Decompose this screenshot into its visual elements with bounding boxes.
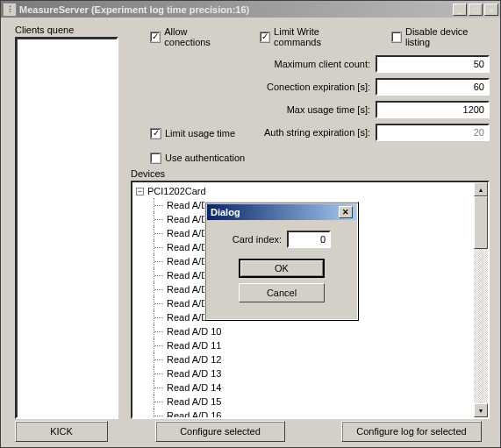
collapse-icon[interactable]: − [136,188,144,196]
close-button[interactable]: ✕ [484,4,498,16]
max-usage-time-label: Max usage time [s]: [287,104,376,115]
maximize-button[interactable]: □ [469,4,483,16]
card-index-dialog: Dialog ✕ Card index: OK Cancel [204,202,359,321]
scroll-up-icon[interactable]: ▴ [474,182,488,196]
connection-expiration-label: Conection expiration [s]: [267,82,376,92]
dialog-cancel-button[interactable]: Cancel [239,283,325,302]
tree-root-node[interactable]: − PCI1202Card [134,184,472,198]
disable-listing-checkbox[interactable]: Disable device listing [391,26,490,47]
dialog-close-button[interactable]: ✕ [339,206,353,218]
kick-button[interactable]: KICK [15,421,108,442]
app-icon: ⋮ [3,3,17,17]
checkbox-icon [150,153,161,164]
clients-queue-list[interactable] [15,37,118,419]
checkbox-icon: ✓ [260,32,270,43]
main-window: ⋮ MeasureServer (Experiment log time pre… [0,0,501,448]
dialog-title: Dialog [211,207,339,217]
card-index-input[interactable] [287,231,331,248]
configure-selected-button[interactable]: Configure selected [155,421,285,442]
checkbox-icon: ✓ [150,32,161,43]
max-client-count-input[interactable] [376,55,490,73]
tree-item[interactable]: Read A/D 15 [148,395,472,409]
scroll-down-icon[interactable]: ▾ [474,403,488,417]
max-usage-time-input[interactable] [376,101,490,118]
devices-label: Devices [131,168,165,179]
limit-usage-checkbox[interactable]: ✓ Limit usage time [150,121,245,146]
tree-item[interactable]: Read A/D 10 [148,324,472,338]
clients-queue-label: Clients quene [15,25,74,35]
allow-connections-checkbox[interactable]: ✓ Allow conections [150,26,232,47]
titlebar: ⋮ MeasureServer (Experiment log time pre… [1,1,500,18]
auth-expiration-input [376,124,490,141]
tree-item[interactable]: Read A/D 14 [148,380,472,395]
limit-write-checkbox[interactable]: ✓ Limit Write commands [260,26,363,47]
tree-scrollbar[interactable]: ▴ ▾ [474,182,488,417]
checkbox-icon: ✓ [150,128,161,139]
scroll-thumb[interactable] [474,196,488,249]
connection-expiration-input[interactable] [376,78,490,96]
card-index-label: Card index: [233,234,282,245]
use-auth-checkbox[interactable]: Use authentication [150,146,245,170]
checkbox-icon [391,32,402,43]
tree-item[interactable]: Read A/D 16 [148,409,472,417]
dialog-titlebar[interactable]: Dialog ✕ [207,204,356,220]
dialog-ok-button[interactable]: OK [239,259,325,278]
tree-item[interactable]: Read A/D 12 [148,352,472,366]
max-client-count-label: Maximum client count: [275,59,376,69]
auth-expiration-label: Auth string expiration [s]: [264,127,376,138]
configure-log-button[interactable]: Configure log for selected [341,421,482,442]
tree-item[interactable]: Read A/D 13 [148,366,472,380]
window-title: MeasureServer (Experiment log time preci… [19,4,451,15]
minimize-button[interactable]: _ [453,4,467,16]
tree-item[interactable]: Read A/D 11 [148,338,472,352]
